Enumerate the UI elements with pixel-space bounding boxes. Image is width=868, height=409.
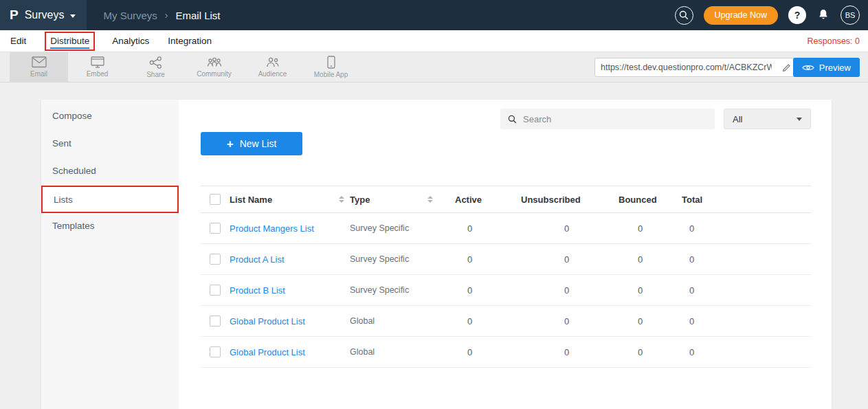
row-checkbox[interactable] (210, 254, 221, 265)
header-list-name: List Name (230, 195, 272, 205)
sort-icon[interactable] (339, 196, 344, 203)
new-list-label: New List (240, 138, 277, 149)
row-checkbox[interactable] (210, 285, 221, 296)
list-type: Global (350, 316, 375, 326)
row-checkbox[interactable] (210, 346, 221, 357)
upgrade-now-button[interactable]: Upgrade Now (704, 6, 778, 25)
channel-embed[interactable]: Embed (68, 52, 126, 82)
row-checkbox[interactable] (210, 223, 221, 234)
total-count: 0 (682, 347, 694, 357)
lists-content: All + New List List Name Type (179, 100, 834, 409)
channel-audience[interactable]: Audience (243, 52, 302, 82)
table-row: Product Mangers List Survey Specific 0 0… (201, 213, 811, 244)
bounced-count: 0 (619, 223, 643, 234)
product-switcher[interactable]: P Surveys (0, 0, 87, 30)
tab-analytics[interactable]: Analytics (112, 36, 149, 46)
email-lists-panel: Compose Sent Scheduled Lists Templates A… (41, 100, 832, 409)
table-row: Product B List Survey Specific 0 0 0 0 (201, 275, 811, 306)
list-type: Survey Specific (350, 254, 409, 264)
bounced-count: 0 (619, 285, 643, 296)
channel-share[interactable]: Share (126, 52, 185, 82)
channel-email[interactable]: Email (10, 52, 68, 82)
sidebar-item-sent[interactable]: Sent (41, 131, 179, 158)
share-icon (149, 56, 162, 69)
bell-icon[interactable] (816, 8, 830, 22)
header-bounced: Bounced (619, 195, 657, 205)
total-count: 0 (682, 285, 694, 296)
preview-label: Preview (819, 63, 851, 73)
search-button[interactable] (675, 6, 693, 25)
page-title: Email List (176, 10, 221, 21)
channel-label: Audience (258, 70, 287, 78)
email-icon (32, 56, 47, 68)
sidebar-item-scheduled[interactable]: Scheduled (41, 158, 179, 186)
plus-icon: + (227, 138, 234, 150)
select-all-checkbox[interactable] (210, 194, 221, 205)
list-name-link[interactable]: Product A List (230, 254, 285, 265)
mobile-app-icon (326, 56, 336, 69)
active-count: 0 (455, 347, 472, 357)
unsubscribed-count: 0 (521, 285, 569, 296)
lists-table: List Name Type Active Unsubscribed Bounc… (201, 186, 811, 368)
bounced-count: 0 (619, 347, 643, 357)
audience-icon (265, 56, 280, 68)
topbar-actions: Upgrade Now ? BS (675, 5, 868, 25)
breadcrumb-my-surveys[interactable]: My Surveys (103, 10, 157, 21)
row-checkbox[interactable] (210, 316, 221, 327)
list-type: Survey Specific (350, 223, 409, 233)
table-row: Product A List Survey Specific 0 0 0 0 (201, 244, 811, 275)
channel-list: Email Embed Share Community Audience Mob… (10, 52, 360, 82)
header-active: Active (455, 195, 482, 205)
pencil-icon (782, 63, 792, 72)
unsubscribed-count: 0 (521, 316, 569, 327)
list-type: Survey Specific (350, 285, 409, 295)
email-sidebar: Compose Sent Scheduled Lists Templates (41, 100, 179, 409)
search-input[interactable] (523, 114, 707, 124)
eye-icon (802, 64, 814, 71)
channel-label: Community (197, 70, 232, 78)
list-type-filter[interactable]: All (724, 109, 811, 129)
list-name-link[interactable]: Product Mangers List (230, 223, 314, 234)
sort-icon[interactable] (427, 196, 433, 203)
embed-icon (91, 56, 104, 68)
search-icon (679, 10, 689, 20)
help-button[interactable]: ? (788, 6, 806, 24)
channel-label: Email (30, 70, 47, 78)
user-avatar[interactable]: BS (841, 5, 860, 25)
channel-mobile-app[interactable]: Mobile App (302, 52, 360, 82)
list-type: Global (350, 347, 375, 357)
bounced-count: 0 (619, 254, 643, 265)
breadcrumb-separator: › (165, 10, 168, 21)
survey-url-input[interactable] (595, 63, 777, 72)
preview-button[interactable]: Preview (793, 58, 860, 77)
sidebar-item-templates[interactable]: Templates (41, 213, 179, 241)
list-name-link[interactable]: Product B List (230, 285, 285, 296)
responses-count[interactable]: Responses: 0 (808, 36, 860, 46)
table-row: Global Product List Global 0 0 0 0 (201, 337, 811, 368)
total-count: 0 (682, 254, 694, 265)
top-bar: P Surveys My Surveys › Email List Upgrad… (0, 0, 868, 30)
channel-label: Share (146, 71, 165, 78)
tab-edit[interactable]: Edit (10, 36, 26, 46)
new-list-button[interactable]: + New List (201, 132, 302, 155)
list-name-link[interactable]: Global Product List (230, 316, 305, 327)
table-header-row: List Name Type Active Unsubscribed Bounc… (201, 186, 811, 213)
list-name-link[interactable]: Global Product List (230, 347, 305, 357)
header-unsubscribed: Unsubscribed (521, 195, 581, 205)
channel-label: Embed (87, 70, 109, 78)
distribute-channel-toolbar: Email Embed Share Community Audience Mob… (0, 52, 868, 82)
breadcrumb: My Surveys › Email List (103, 10, 220, 21)
tab-integration[interactable]: Integration (168, 36, 212, 46)
search-box (500, 109, 715, 129)
channel-community[interactable]: Community (185, 52, 243, 82)
table-row: Global Product List Global 0 0 0 0 (201, 306, 811, 337)
tab-distribute[interactable]: Distribute (50, 36, 89, 49)
header-total: Total (682, 195, 702, 205)
unsubscribed-count: 0 (521, 347, 569, 357)
sidebar-item-compose[interactable]: Compose (41, 103, 179, 131)
annotation-box-distribute: Distribute (45, 32, 95, 51)
total-count: 0 (682, 316, 694, 327)
search-icon (508, 115, 517, 124)
active-count: 0 (455, 316, 472, 327)
sidebar-item-lists[interactable]: Lists (41, 186, 179, 213)
